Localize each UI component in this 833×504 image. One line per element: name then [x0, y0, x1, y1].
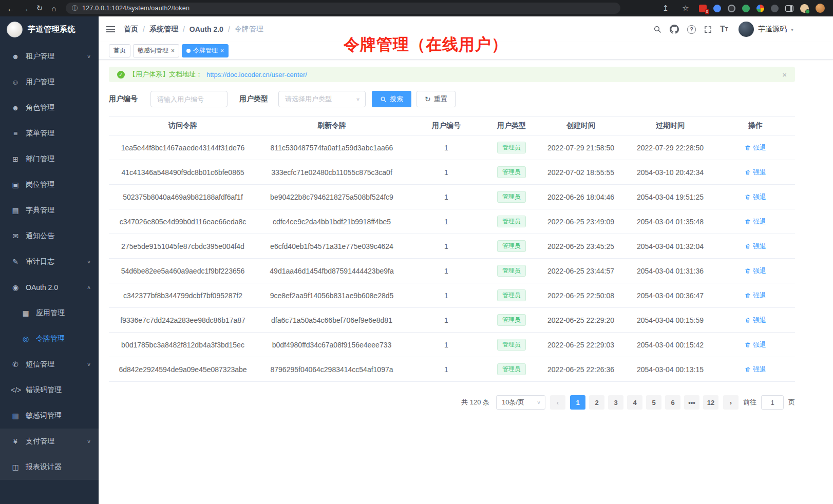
side-panel-icon[interactable]	[785, 5, 793, 12]
force-logout-button[interactable]: 强退	[745, 242, 766, 251]
back-icon[interactable]: ←	[4, 2, 17, 15]
access-token-cell: c347026e805e4d99b0d116eae66eda8c	[109, 209, 257, 234]
page-number-button[interactable]: 5	[646, 395, 661, 410]
force-logout-button[interactable]: 强退	[745, 266, 766, 276]
page-number-button[interactable]: 12	[703, 395, 718, 410]
share-icon[interactable]: ↥	[659, 2, 672, 15]
expire-time-cell: 2054-03-04 01:31:36	[624, 259, 716, 283]
browser-profile-avatar[interactable]	[816, 4, 825, 13]
sidebar-item[interactable]: ▤ 字典管理	[0, 198, 99, 223]
extension-icon-red[interactable]	[699, 5, 707, 12]
force-logout-button[interactable]: 强退	[745, 217, 766, 226]
page-number-button[interactable]: 1	[570, 395, 585, 410]
sidebar-item[interactable]: ▣ 岗位管理	[0, 172, 99, 198]
refresh-token-cell: e6cfd40eb1f54571a31e775e039c4624	[257, 234, 407, 259]
breadcrumb-item[interactable]: OAuth 2.0 /	[190, 25, 235, 33]
sidebar-item[interactable]: ▦ 应用管理	[0, 300, 99, 326]
prev-page-button[interactable]: ‹	[550, 395, 565, 410]
expire-time-cell: 2054-03-04 19:51:25	[624, 185, 716, 209]
sidebar-toggle-icon[interactable]	[106, 29, 115, 30]
reset-button[interactable]: ↻ 重置	[416, 91, 456, 107]
tab[interactable]: 敏感词管理 ×	[133, 44, 179, 57]
site-info-icon[interactable]: ⓘ	[72, 4, 78, 13]
page-number-button[interactable]: •••	[684, 395, 699, 410]
extension-icon-green[interactable]	[742, 5, 750, 12]
breadcrumb-item[interactable]: 系统管理 /	[149, 25, 190, 34]
tab[interactable]: 令牌管理 ×	[182, 44, 229, 57]
breadcrumb-separator: /	[228, 25, 230, 33]
extension-icon-colorful[interactable]	[756, 5, 764, 12]
force-logout-button[interactable]: 强退	[745, 192, 766, 202]
doc-link[interactable]: https://doc.iocoder.cn/user-center/	[206, 71, 307, 79]
search-icon[interactable]	[653, 25, 661, 33]
expire-time-cell: 2054-03-04 01:35:48	[624, 209, 716, 234]
breadcrumb-separator: /	[143, 25, 145, 33]
app-logo[interactable]: 芋道管理系统	[0, 16, 99, 42]
sidebar-item[interactable]: ▥ 敏感词管理	[0, 403, 99, 429]
action-cell: 强退	[716, 357, 795, 382]
force-logout-button[interactable]: 强退	[745, 291, 766, 300]
help-icon[interactable]: ?	[687, 25, 696, 34]
sidebar-item-label: 岗位管理	[26, 180, 54, 189]
audit-log-icon: ✎	[11, 258, 20, 266]
created-time-cell: 2022-06-25 22:29:03	[537, 333, 624, 357]
tab[interactable]: 首页 ×	[109, 44, 130, 57]
page-number-button[interactable]: 4	[627, 395, 642, 410]
sidebar-item[interactable]: </> 错误码管理	[0, 377, 99, 403]
extension-icon-blue[interactable]	[713, 5, 721, 12]
user-id-input[interactable]	[150, 91, 228, 107]
user-type-cell: 管理员	[486, 357, 537, 382]
force-logout-button[interactable]: 强退	[745, 365, 766, 374]
tab-close-icon[interactable]: ×	[171, 48, 175, 54]
goto-page-input[interactable]	[761, 395, 784, 410]
force-logout-button[interactable]: 强退	[745, 316, 766, 325]
sidebar-item[interactable]: ◉ OAuth 2.0 ∧	[0, 275, 99, 300]
user-type-select[interactable]: 请选择用户类型 ∨	[278, 91, 366, 107]
tab-close-icon[interactable]: ×	[220, 48, 224, 54]
refresh-token-cell: 9ce8ef2aa9f14056b831ae9b608e28d5	[257, 283, 407, 308]
tab-label: 敏感词管理	[138, 46, 168, 55]
sidebar-item[interactable]: ¥ 支付管理 ∨	[0, 429, 99, 454]
page-number-button[interactable]: 2	[589, 395, 604, 410]
breadcrumb-item[interactable]: 首页 /	[124, 25, 149, 34]
sidebar-item[interactable]: ✎ 审计日志 ∨	[0, 249, 99, 275]
address-bar[interactable]: ⓘ 127.0.0.1:1024/system/oauth2/token	[66, 3, 620, 14]
tenant-icon: ☻	[11, 52, 20, 61]
search-button[interactable]: 搜索	[372, 91, 411, 107]
alert-close-icon[interactable]: ×	[782, 70, 787, 79]
sidebar-item[interactable]: ☺ 用户管理	[0, 69, 99, 95]
user-type-badge: 管理员	[497, 339, 526, 351]
extension-icon-dark[interactable]	[771, 5, 779, 12]
next-page-button[interactable]: ›	[723, 395, 739, 410]
github-icon[interactable]	[670, 25, 679, 34]
forward-icon[interactable]: →	[18, 2, 32, 15]
sidebar-item[interactable]: ◫ 报表设计器	[0, 454, 99, 480]
home-icon[interactable]: ⌂	[47, 2, 61, 15]
force-logout-button[interactable]: 强退	[745, 168, 766, 177]
sidebar-item[interactable]: ☻ 角色管理	[0, 95, 99, 121]
fullscreen-icon[interactable]	[704, 26, 712, 33]
font-size-icon[interactable]: TT	[720, 25, 728, 34]
sidebar-item-label: 审计日志	[26, 257, 54, 266]
sidebar-item[interactable]: ✉ 通知公告	[0, 223, 99, 249]
page-size-select[interactable]: 10条/页 ∨	[496, 395, 545, 410]
sidebar-item[interactable]: ≡ 菜单管理	[0, 121, 99, 146]
sidebar-item-label: 令牌管理	[36, 334, 65, 343]
extension-icon-ring[interactable]	[728, 5, 735, 12]
bookmark-star-icon[interactable]: ☆	[679, 2, 692, 15]
sidebar-item[interactable]: ◎ 令牌管理	[0, 326, 99, 352]
breadcrumb-item[interactable]: 令牌管理 /	[235, 25, 263, 34]
reload-icon[interactable]: ↻	[33, 2, 46, 15]
tab-label: 令牌管理	[193, 46, 218, 55]
sidebar-item[interactable]: ✆ 短信管理 ∨	[0, 352, 99, 377]
force-logout-button[interactable]: 强退	[745, 340, 766, 350]
page-number-button[interactable]: 3	[608, 395, 623, 410]
extension-avatar-icon[interactable]	[800, 4, 809, 13]
created-time-cell: 2022-07-02 18:55:55	[537, 160, 624, 185]
sidebar-item[interactable]: ⊞ 部门管理	[0, 146, 99, 172]
user-menu[interactable]: 芋道源码 ▾	[739, 22, 793, 37]
force-logout-label: 强退	[753, 143, 766, 152]
force-logout-button[interactable]: 强退	[745, 143, 766, 152]
sidebar-item[interactable]: ☻ 租户管理 ∨	[0, 44, 99, 69]
page-number-button[interactable]: 6	[665, 395, 680, 410]
